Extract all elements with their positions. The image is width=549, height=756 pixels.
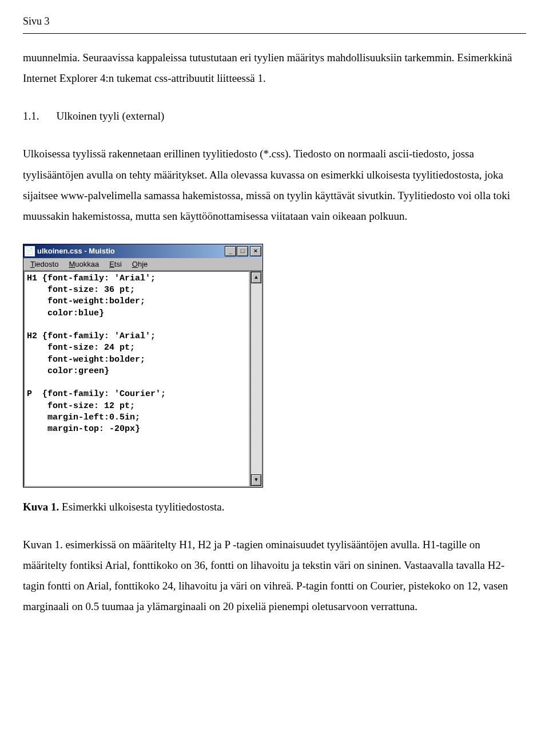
conclusion-paragraph: Kuvan 1. esimerkissä on määritelty H1, H… (23, 535, 526, 617)
scroll-up-button[interactable]: ▲ (251, 272, 261, 283)
page-header: Sivu 3 (23, 11, 526, 31)
maximize-button[interactable]: □ (237, 246, 248, 256)
menu-search[interactable]: Etsi (105, 259, 126, 269)
notepad-icon: 📄 (25, 246, 35, 256)
body-paragraph: Ulkoisessa tyylissä rakennetaan erilline… (23, 144, 526, 226)
scroll-track[interactable] (251, 283, 261, 474)
header-rule (23, 33, 526, 34)
intro-paragraph: muunnelmia. Seuraavissa kappaleissa tutu… (23, 48, 526, 89)
caption-label: Kuva 1. (23, 501, 59, 513)
window-title: ulkoinen.css - Muistio (37, 247, 225, 255)
section-title: Ulkoinen tyyli (external) (57, 106, 165, 126)
menu-edit[interactable]: Muokkaa (64, 259, 104, 269)
section-heading: 1.1. Ulkoinen tyyli (external) (23, 106, 526, 126)
section-number: 1.1. (23, 106, 39, 126)
menubar: Tiedosto Muokkaa Etsi Ohje (23, 258, 262, 270)
menu-search-rest: tsi (114, 260, 122, 268)
minimize-button[interactable]: _ (225, 246, 236, 256)
titlebar: 📄 ulkoinen.css - Muistio _ □ × (23, 244, 262, 258)
figure-caption: Kuva 1. Esimerkki ulkoisesta tyylitiedos… (23, 497, 526, 517)
vertical-scrollbar[interactable]: ▲ ▼ (250, 271, 262, 487)
window-buttons: _ □ × (225, 246, 261, 256)
close-button[interactable]: × (250, 246, 261, 256)
menu-help-rest: hje (138, 260, 148, 268)
menu-help[interactable]: Ohje (128, 259, 152, 269)
menu-file[interactable]: Tiedosto (26, 259, 63, 269)
menu-file-rest: iedosto (34, 260, 58, 268)
caption-text: Esimerkki ulkoisesta tyylitiedostosta. (59, 501, 224, 513)
scroll-down-button[interactable]: ▼ (251, 474, 261, 486)
editor-wrap: H1 {font-family: 'Arial'; font-size: 36 … (23, 270, 262, 487)
editor-content[interactable]: H1 {font-family: 'Arial'; font-size: 36 … (23, 271, 250, 487)
notepad-window: 📄 ulkoinen.css - Muistio _ □ × Tiedosto … (23, 244, 263, 488)
menu-edit-rest: uokkaa (75, 260, 99, 268)
